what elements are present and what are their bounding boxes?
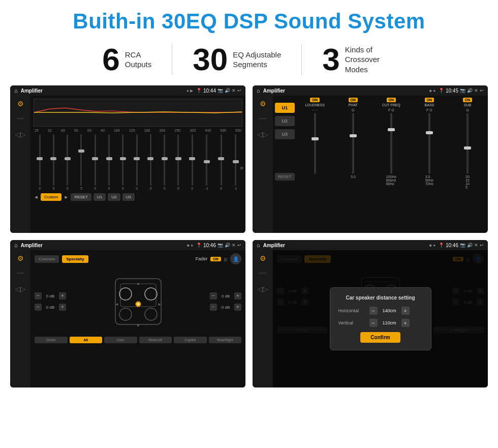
horizontal-minus[interactable]: − <box>369 307 378 315</box>
home-icon-2[interactable]: ⌂ <box>257 87 260 94</box>
wave-icon-3[interactable]: 〰 <box>17 270 24 278</box>
bass-fl: FG <box>426 108 432 112</box>
eq-slider-11[interactable]: 0 <box>177 134 179 190</box>
eq-slider-1[interactable]: 0 <box>39 134 41 190</box>
eq-slider-9[interactable]: 0 <box>149 134 151 190</box>
eq-main: 25 32 40 50 63 80 100 125 160 200 250 32… <box>30 96 245 233</box>
eq-u1-btn[interactable]: U1 <box>94 193 106 201</box>
eq-u3-btn[interactable]: U3 <box>122 193 135 201</box>
phat-slider[interactable] <box>352 113 354 174</box>
u1-btn[interactable]: U1 <box>275 103 295 113</box>
rr-val: 0 dB <box>219 305 233 310</box>
confirm-button[interactable]: Confirm <box>360 332 400 343</box>
loudness-slider[interactable] <box>314 113 316 174</box>
common-tab[interactable]: Common <box>35 255 59 263</box>
eq-icon-3[interactable]: ⚙ <box>17 254 24 262</box>
svg-point-6 <box>119 288 132 300</box>
home-icon-4[interactable]: ⌂ <box>257 242 260 248</box>
eq-slider-2[interactable]: 0 <box>52 134 54 190</box>
prev-icon[interactable]: ◄ <box>34 194 39 200</box>
distance-main: Common Specialty ON ||| 👤 − 0 dB + <box>273 250 488 387</box>
lr-minus[interactable]: − <box>35 304 42 311</box>
right-front-ctrl: − 0 dB + <box>210 292 241 300</box>
rr-minus[interactable]: − <box>210 304 217 311</box>
phat-on[interactable]: ON <box>349 98 358 102</box>
expand-icon-1[interactable]: » <box>240 164 243 171</box>
eq-u2-btn[interactable]: U2 <box>108 193 120 201</box>
eq-custom-btn[interactable]: Custom <box>41 193 62 201</box>
back-icon-3[interactable]: ↩ <box>237 243 241 248</box>
screen-eq: ⌂ Amplifier ● ▶ 📍 10:44 📷 🔊 ✕ ↩ ⚙ 〰 ◁▷ <box>10 85 245 233</box>
next-icon[interactable]: ► <box>64 194 69 200</box>
eq-slider-5[interactable]: 0 <box>94 134 96 190</box>
home-icon-3[interactable]: ⌂ <box>14 242 18 248</box>
screen-distance: ⌂ Amplifier ■ ● 📍 10:46 📷 🔊 ✕ ↩ ⚙ 〰 ◁▷ <box>253 240 488 387</box>
driver-btn[interactable]: Driver <box>35 337 68 343</box>
eq-slider-15[interactable]: -1 <box>234 134 237 190</box>
sub-on[interactable]: ON <box>463 98 473 102</box>
horizontal-plus[interactable]: + <box>401 307 410 315</box>
eq-slider-3[interactable]: 0 <box>67 134 69 190</box>
specialty-tab[interactable]: Specialty <box>62 255 88 263</box>
svg-text:◄: ◄ <box>115 302 119 307</box>
reset-btn-cross[interactable]: RESET <box>275 173 295 181</box>
eq-slider-10[interactable]: 0 <box>164 134 166 190</box>
eq-slider-6[interactable]: 0 <box>108 134 110 190</box>
u3-btn[interactable]: U3 <box>275 129 295 139</box>
wave-icon-1[interactable]: 〰 <box>17 115 24 123</box>
wave-icon-4[interactable]: 〰 <box>259 270 266 278</box>
all-btn[interactable]: All <box>70 337 103 343</box>
profile-icon-3[interactable]: 👤 <box>230 253 241 264</box>
cutfreq-fl: FG <box>388 108 394 112</box>
bass-slider[interactable] <box>428 113 430 174</box>
eq-slider-8[interactable]: 0 <box>136 134 138 190</box>
speaker-icon-4[interactable]: ◁▷ <box>257 285 268 293</box>
back-icon-2[interactable]: ↩ <box>480 88 484 93</box>
svg-point-9 <box>145 308 157 320</box>
crossover-controls: ON LOUDNESS ~~ ON PHAT G <box>297 98 486 231</box>
eq-reset-btn[interactable]: RESET <box>71 193 91 201</box>
time-4: 10:46 <box>446 243 458 248</box>
eq-slider-4[interactable]: 5 <box>80 134 82 190</box>
vertical-minus[interactable]: − <box>369 319 378 327</box>
eq-slider-13[interactable]: -1 <box>205 134 208 190</box>
screen2-content: ⚙ 〰 ◁▷ U1 U2 U3 RESET ON LOUDNESS <box>253 96 488 233</box>
sub-val: 2015105 <box>465 175 470 189</box>
copilot-btn[interactable]: Copilot <box>174 337 207 343</box>
lr-plus[interactable]: + <box>59 304 66 311</box>
eq-slider-7[interactable]: 0 <box>122 134 124 190</box>
speaker-icon-1[interactable]: ◁▷ <box>15 130 26 138</box>
eq-slider-14[interactable]: 0 <box>220 134 222 190</box>
svg-text:►: ► <box>158 302 162 307</box>
fader-label: Fader <box>196 256 208 261</box>
stat-label-crossover: Kinds ofCrossover Modes <box>345 45 396 75</box>
home-icon-1[interactable]: ⌂ <box>14 87 18 94</box>
eq-icon-4[interactable]: ⚙ <box>260 254 266 262</box>
rr-plus[interactable]: + <box>234 304 241 311</box>
speaker-icon-3[interactable]: ◁▷ <box>15 285 26 293</box>
fader-on[interactable]: ON <box>210 257 221 261</box>
u2-btn[interactable]: U2 <box>275 116 295 126</box>
wave-icon-2[interactable]: 〰 <box>259 115 266 123</box>
cutfreq-on[interactable]: ON <box>387 98 396 102</box>
eq-icon-1[interactable]: ⚙ <box>17 100 24 108</box>
back-icon-1[interactable]: ↩ <box>237 88 241 93</box>
vertical-plus[interactable]: + <box>401 319 410 327</box>
bass-on[interactable]: ON <box>425 98 434 102</box>
lf-plus[interactable]: + <box>59 292 66 300</box>
loudness-on[interactable]: ON <box>310 98 320 102</box>
back-icon-4[interactable]: ↩ <box>480 243 484 248</box>
eq-icon-2[interactable]: ⚙ <box>260 100 266 108</box>
vol-icon-1: 🔊 <box>225 88 230 93</box>
rearright-btn[interactable]: RearRight <box>209 337 242 343</box>
speaker-icon-2[interactable]: ◁▷ <box>257 130 268 138</box>
rf-minus[interactable]: − <box>210 292 217 300</box>
sub-slider[interactable] <box>466 113 469 174</box>
rf-plus[interactable]: + <box>234 292 241 300</box>
rearleft-btn[interactable]: RearLeft <box>139 337 172 343</box>
eq-slider-12[interactable]: 0 <box>191 134 193 190</box>
lf-minus[interactable]: − <box>35 292 42 300</box>
cutfreq-slider[interactable] <box>390 113 392 174</box>
user-btn[interactable]: User <box>104 337 137 343</box>
cutfreq-col: ON CUT FREQ FG 100Hz80kHz60Hz <box>373 98 410 231</box>
